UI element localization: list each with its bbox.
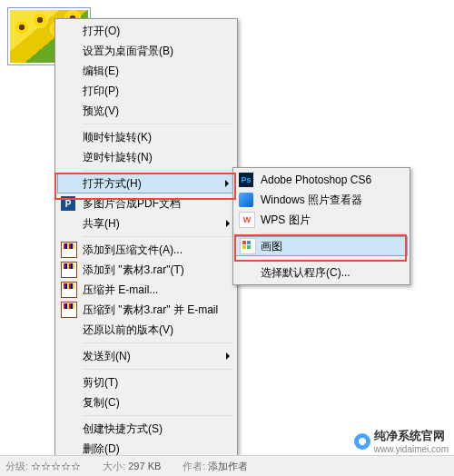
context-menu: 打开(O) 设置为桌面背景(B) 编辑(E) 打印(P) 预览(V) 顺时针旋转… <box>54 18 238 476</box>
author-value: 添加作者 <box>208 461 248 471</box>
menu-label: 创建快捷方式(S) <box>83 421 163 437</box>
menu-label: 选择默认程序(C)... <box>261 265 350 281</box>
watermark: 纯净系统官网 www.yidaimei.com <box>354 428 449 454</box>
author-label: 作者: <box>183 461 205 471</box>
rar-icon <box>61 282 77 298</box>
submenu-photoshop[interactable]: PsAdobe Photoshop CS6 <box>235 170 408 190</box>
status-bar: 分级: ☆☆☆☆☆ 大小: 297 KB 作者: 添加作者 <box>0 455 454 476</box>
menu-label: 画图 <box>261 239 282 254</box>
menu-label: WPS 图片 <box>261 213 311 228</box>
menu-label: 顺时针旋转(K) <box>83 130 152 145</box>
separator <box>83 124 233 124</box>
menu-add-archive[interactable]: 添加到压缩文件(A)... <box>57 240 235 260</box>
separator <box>261 259 406 260</box>
menu-label: 复制(C) <box>83 395 120 411</box>
menu-compress-rar-email[interactable]: 压缩到 "素材3.rar" 并 E-mail <box>57 300 235 320</box>
menu-label: 添加到 "素材3.rar"(T) <box>83 263 184 278</box>
menu-label: 压缩到 "素材3.rar" 并 E-mail <box>83 302 218 318</box>
photoshop-icon: Ps <box>239 173 253 187</box>
menu-label: 打开(O) <box>83 24 120 39</box>
separator <box>83 236 233 237</box>
watermark-url: www.yidaimei.com <box>374 444 449 454</box>
submenu-wps-image[interactable]: WPS 图片 <box>235 210 408 230</box>
menu-restore-previous[interactable]: 还原以前的版本(V) <box>57 320 235 340</box>
menu-copy[interactable]: 复制(C) <box>57 392 235 412</box>
menu-open[interactable]: 打开(O) <box>57 21 235 41</box>
menu-label: 打开方式(H) <box>83 176 142 192</box>
rating-label: 分级: <box>5 461 28 471</box>
rar-icon <box>61 262 77 278</box>
menu-label: 多图片合成PDF文档 <box>83 196 181 212</box>
separator <box>83 369 233 370</box>
menu-label: 共享(H) <box>83 216 120 232</box>
menu-open-with[interactable]: 打开方式(H) <box>57 174 235 193</box>
submenu-arrow-icon <box>226 352 230 360</box>
separator <box>83 170 233 171</box>
separator <box>261 233 406 233</box>
menu-rotate-cw[interactable]: 顺时针旋转(K) <box>57 127 235 147</box>
menu-rotate-ccw[interactable]: 逆时针旋转(N) <box>57 147 235 167</box>
menu-label: 发送到(N) <box>83 349 131 364</box>
watermark-logo-icon <box>354 433 370 450</box>
size-value: 297 KB <box>128 461 161 471</box>
submenu-paint[interactable]: 画图 <box>235 236 408 256</box>
menu-label: 设置为桌面背景(B) <box>83 44 173 59</box>
menu-label: Windows 照片查看器 <box>261 193 362 208</box>
size-label: 大小: <box>103 461 125 471</box>
submenu-choose-default[interactable]: 选择默认程序(C)... <box>235 263 408 283</box>
menu-send-to[interactable]: 发送到(N) <box>57 346 235 366</box>
menu-label: 打印(P) <box>83 84 119 99</box>
windows-photo-icon <box>239 193 253 207</box>
menu-set-wallpaper[interactable]: 设置为桌面背景(B) <box>57 41 235 61</box>
rar-icon <box>61 242 77 258</box>
submenu-arrow-icon <box>225 180 229 187</box>
submenu-arrow-icon <box>226 220 230 227</box>
menu-label: 还原以前的版本(V) <box>83 322 173 338</box>
menu-label: Adobe Photoshop CS6 <box>261 174 371 186</box>
menu-preview[interactable]: 预览(V) <box>57 101 235 121</box>
open-with-submenu: PsAdobe Photoshop CS6 Windows 照片查看器 WPS … <box>232 167 410 285</box>
menu-label: 添加到压缩文件(A)... <box>83 243 183 258</box>
watermark-brand: 纯净系统官网 <box>374 428 449 444</box>
menu-create-shortcut[interactable]: 创建快捷方式(S) <box>57 419 235 439</box>
menu-add-to-rar[interactable]: 添加到 "素材3.rar"(T) <box>57 260 235 280</box>
menu-label: 压缩并 E-mail... <box>83 283 158 298</box>
menu-merge-pdf[interactable]: P多图片合成PDF文档 <box>57 193 235 213</box>
submenu-windows-photo-viewer[interactable]: Windows 照片查看器 <box>235 190 408 210</box>
menu-compress-email[interactable]: 压缩并 E-mail... <box>57 280 235 300</box>
menu-share[interactable]: 共享(H) <box>57 213 235 233</box>
menu-label: 预览(V) <box>83 104 119 119</box>
menu-label: 剪切(T) <box>83 375 118 391</box>
wps-icon <box>239 212 255 228</box>
menu-cut[interactable]: 剪切(T) <box>57 372 235 392</box>
menu-edit[interactable]: 编辑(E) <box>57 61 235 81</box>
menu-label: 删除(D) <box>83 441 120 457</box>
pdf-icon: P <box>61 196 75 211</box>
paint-icon <box>240 238 256 254</box>
menu-print[interactable]: 打印(P) <box>57 81 235 101</box>
separator <box>83 342 233 343</box>
menu-label: 逆时针旋转(N) <box>83 150 153 165</box>
menu-label: 编辑(E) <box>83 64 119 79</box>
separator <box>83 415 233 416</box>
rar-icon <box>61 302 77 318</box>
